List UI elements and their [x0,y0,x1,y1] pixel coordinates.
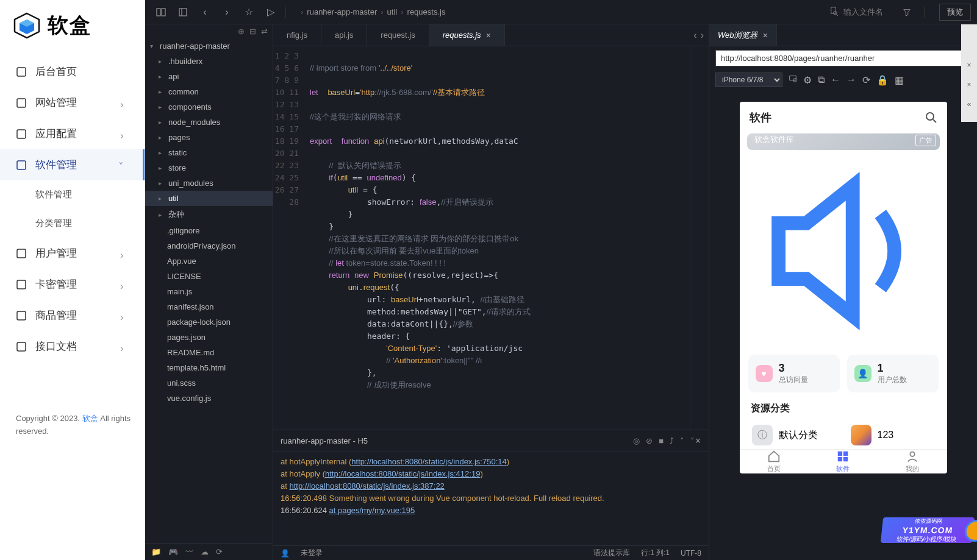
folder-.hbuilderx[interactable]: ▸.hbuilderx [145,54,273,69]
back-icon[interactable]: ‹ [195,4,215,21]
tree-root[interactable]: ▾ruanher-app-master [145,38,273,54]
file-item[interactable]: pages.json [145,330,273,345]
crumb-0[interactable]: ruanher-app-master [307,7,377,16]
tabbar-mine[interactable]: 我的 [878,450,947,473]
folder-static[interactable]: ▸static [145,145,273,160]
tab-scroll-left-icon[interactable]: ‹ [693,30,696,41]
file-item[interactable]: App.vue [145,253,273,269]
submenu-item[interactable]: 软件管理 [35,180,145,209]
menu-7[interactable]: 接口文档› [0,331,145,362]
lock-icon[interactable]: 🔒 [876,74,889,86]
console-export-icon[interactable]: ⤴ [670,436,674,445]
file-item[interactable]: androidPrivacy.json [145,238,273,253]
phone-banner[interactable]: 软盒软件库 广告 [747,133,940,150]
folder-pages[interactable]: ▸pages [145,130,273,145]
address-input[interactable] [715,50,971,66]
cloud-icon[interactable]: ☁ [201,547,209,556]
console-up-icon[interactable]: ˄ [680,436,684,445]
close-x-1[interactable]: × [967,61,971,69]
add-icon[interactable]: ⊕ [238,27,245,36]
folder-store[interactable]: ▸store [145,160,273,175]
screenshot-icon[interactable]: ⧉ [818,74,825,85]
stat-users[interactable]: 👤 1用户总数 [847,355,939,392]
tab-nfig.js[interactable]: nfig.js [273,24,321,46]
file-item[interactable]: template.h5.html [145,360,273,375]
qr-icon[interactable]: ▦ [895,74,904,86]
status-login[interactable]: 未登录 [301,548,323,558]
footer-link[interactable]: 软盒 [82,414,98,423]
tab-scroll-right-icon[interactable]: › [701,30,704,41]
settings-icon[interactable]: ⚙ [803,74,812,86]
breadcrumb[interactable]: ›ruanher-app-master ›util ›requests.js [297,7,445,16]
menu-0[interactable]: 后台首页 [0,56,145,87]
menu-4[interactable]: 用户管理› [0,238,145,269]
tab-api.js[interactable]: api.js [321,24,367,46]
file-item[interactable]: README.md [145,345,273,360]
console-stop-icon[interactable]: ■ [659,436,664,445]
nav-forward-icon[interactable]: → [846,74,856,85]
status-syntax[interactable]: 语法提示库 [593,548,630,558]
tab-request.js[interactable]: request.js [367,24,429,46]
status-encoding[interactable]: UTF-8 [681,549,701,558]
folder-node_modules[interactable]: ▸node_modules [145,115,273,130]
file-item[interactable]: .gitignore [145,223,273,238]
wave-icon[interactable]: 〰 [185,547,193,556]
close-icon[interactable]: × [763,30,768,40]
file-item[interactable]: vue.config.js [145,391,273,406]
crumb-1[interactable]: util [387,7,398,16]
console-target-icon[interactable]: ◎ [633,436,640,445]
crumb-2[interactable]: requests.js [407,7,446,16]
preview-tab[interactable]: Web浏览器× [709,24,777,46]
sync-icon[interactable]: ⟳ [216,547,223,556]
nav-back-icon[interactable]: ← [831,74,840,85]
tab-requests.js[interactable]: requests.js× [429,24,505,46]
menu-5[interactable]: 卡密管理› [0,269,145,300]
folder-api[interactable]: ▸api [145,69,273,84]
console-body[interactable]: at hotApplyInternal (http://localhost:80… [273,452,709,545]
close-x-2[interactable]: × [967,80,971,89]
dock-icon[interactable] [151,4,171,21]
search-icon[interactable] [925,112,937,124]
forward-icon[interactable]: › [217,4,237,21]
file-item[interactable]: LICENSE [145,269,273,284]
console-clear-icon[interactable]: ⊘ [646,436,653,445]
filter-icon[interactable] [897,4,917,21]
star-icon[interactable]: ☆ [239,4,259,21]
link-icon[interactable]: ⇄ [261,27,268,36]
search-input[interactable] [843,7,892,16]
code-area[interactable]: // import store from '../../store' let b… [304,46,690,430]
stat-visits[interactable]: ♥ 3总访问量 [748,355,840,392]
cat-123[interactable]: 123 [847,421,939,449]
file-item[interactable]: manifest.json [145,299,273,314]
folder-uni_modules[interactable]: ▸uni_modules [145,175,273,191]
menu-6[interactable]: 商品管理› [0,300,145,331]
tabbar-home[interactable]: 首页 [740,450,809,473]
user-icon[interactable]: 👤 [281,549,290,558]
file-item[interactable]: uni.scss [145,375,273,391]
folder-components[interactable]: ▸components [145,99,273,115]
panel-icon[interactable] [173,4,193,21]
collapse-icon[interactable]: ⊟ [249,27,256,36]
responsive-icon[interactable] [789,74,797,85]
close-icon[interactable]: × [486,30,491,40]
file-item[interactable]: main.js [145,284,273,299]
game-icon[interactable]: 🎮 [168,547,178,556]
announce-bar[interactable] [740,150,947,355]
minimap[interactable] [690,46,709,430]
close-x-3[interactable]: « [967,100,972,108]
menu-1[interactable]: 网站管理› [0,87,145,118]
editor-body[interactable]: 1 2 3 4 5 6 7 8 9 10 11 12 13 14 15 16 1… [273,46,709,430]
status-linecol[interactable]: 行:1 列:1 [641,548,670,558]
cat-default[interactable]: ⓘ默认分类 [748,421,840,449]
run-icon[interactable]: ▷ [261,4,281,21]
folder-杂种[interactable]: ▸杂种 [145,206,273,223]
folder-util[interactable]: ▸util [145,191,273,206]
menu-3[interactable]: 软件管理˅ [0,149,145,180]
tabbar-software[interactable]: 软件 [809,450,878,473]
reload-icon[interactable]: ⟳ [862,74,870,86]
folder-common[interactable]: ▸common [145,84,273,99]
folder-icon[interactable]: 📁 [151,547,161,556]
submenu-item[interactable]: 分类管理 [35,209,145,238]
file-item[interactable]: package-lock.json [145,314,273,330]
preview-button[interactable]: 预览 [939,4,971,21]
